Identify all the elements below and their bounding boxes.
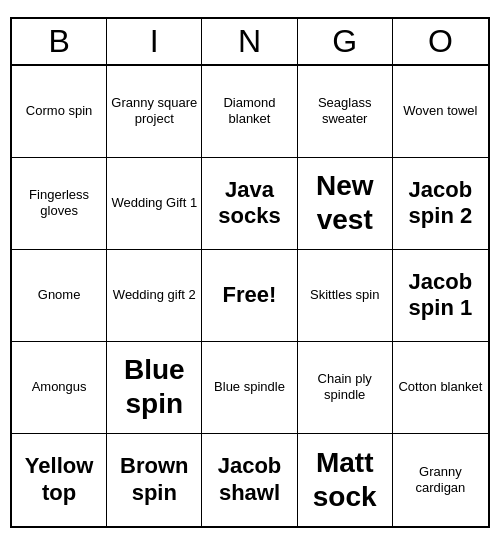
bingo-cell: Wedding gift 2	[107, 250, 202, 342]
bingo-header: BINGO	[12, 19, 488, 66]
bingo-cell: Skittles spin	[298, 250, 393, 342]
bingo-header-letter: O	[393, 19, 488, 64]
bingo-cell: Wedding Gift 1	[107, 158, 202, 250]
bingo-cell: Jacob spin 2	[393, 158, 488, 250]
bingo-cell: Blue spin	[107, 342, 202, 434]
bingo-cell: New vest	[298, 158, 393, 250]
bingo-cell: Cormo spin	[12, 66, 107, 158]
bingo-cell: Jacob spin 1	[393, 250, 488, 342]
bingo-cell: Matt sock	[298, 434, 393, 526]
bingo-cell: Fingerless gloves	[12, 158, 107, 250]
bingo-cell: Cotton blanket	[393, 342, 488, 434]
bingo-cell: Woven towel	[393, 66, 488, 158]
bingo-cell: Chain ply spindle	[298, 342, 393, 434]
bingo-cell: Granny square project	[107, 66, 202, 158]
bingo-cell: Yellow top	[12, 434, 107, 526]
bingo-cell: Diamond blanket	[202, 66, 297, 158]
bingo-cell: Seaglass sweater	[298, 66, 393, 158]
bingo-cell: Gnome	[12, 250, 107, 342]
bingo-cell: Jacob shawl	[202, 434, 297, 526]
bingo-grid: Cormo spinGranny square projectDiamond b…	[12, 66, 488, 526]
bingo-cell: Brown spin	[107, 434, 202, 526]
bingo-header-letter: I	[107, 19, 202, 64]
bingo-cell: Free!	[202, 250, 297, 342]
bingo-card: BINGO Cormo spinGranny square projectDia…	[10, 17, 490, 528]
bingo-cell: Granny cardigan	[393, 434, 488, 526]
bingo-header-letter: B	[12, 19, 107, 64]
bingo-cell: Java socks	[202, 158, 297, 250]
bingo-cell: Amongus	[12, 342, 107, 434]
bingo-header-letter: N	[202, 19, 297, 64]
bingo-header-letter: G	[298, 19, 393, 64]
bingo-cell: Blue spindle	[202, 342, 297, 434]
